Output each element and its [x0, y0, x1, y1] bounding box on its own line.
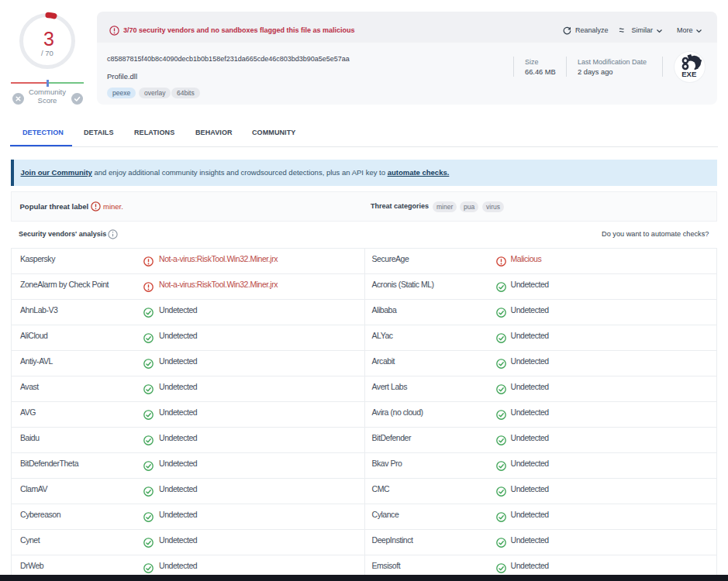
svg-text:EXE: EXE [681, 70, 696, 78]
